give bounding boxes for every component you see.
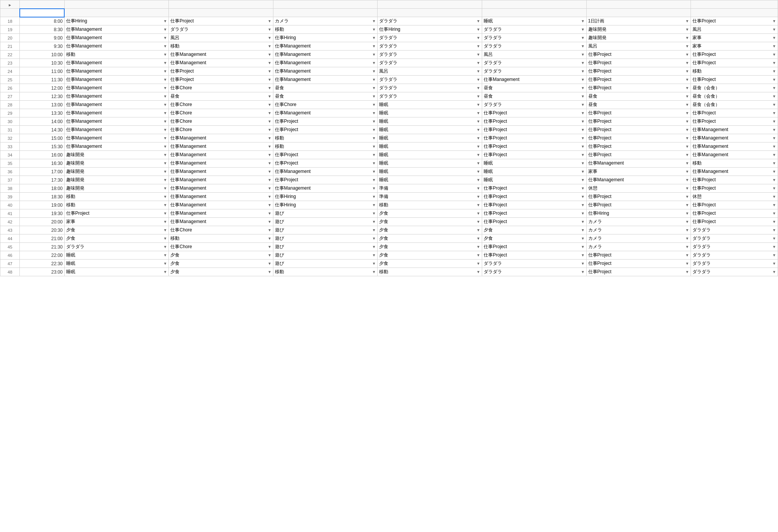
col-t-cell[interactable]: 仕事Project▼: [586, 59, 691, 67]
dropdown-arrow-icon[interactable]: ▼: [476, 144, 480, 149]
col-o-cell[interactable]: 仕事Hiring▼: [64, 17, 169, 25]
date-sat[interactable]: [378, 9, 482, 17]
dropdown-arrow-icon[interactable]: ▼: [685, 186, 689, 190]
col-r-cell[interactable]: 睡眠▼: [378, 134, 482, 142]
dropdown-arrow-icon[interactable]: ▼: [163, 195, 167, 199]
dropdown-arrow-icon[interactable]: ▼: [581, 136, 585, 140]
col-s-cell[interactable]: ダラダラ▼: [482, 42, 586, 51]
col-o-cell[interactable]: 仕事Management▼: [64, 67, 169, 76]
dropdown-arrow-icon[interactable]: ▼: [268, 44, 272, 48]
col-q-cell[interactable]: 仕事Project▼: [273, 117, 378, 126]
dropdown-arrow-icon[interactable]: ▼: [268, 186, 272, 190]
col-t-cell[interactable]: 仕事Project▼: [586, 134, 691, 142]
dropdown-arrow-icon[interactable]: ▼: [685, 153, 689, 157]
col-r-cell[interactable]: ダラダラ▼: [378, 76, 482, 84]
col-s-cell[interactable]: 仕事Management▼: [482, 76, 586, 84]
dropdown-arrow-icon[interactable]: ▼: [372, 78, 376, 82]
col-q-cell[interactable]: 遊び▼: [273, 234, 378, 243]
col-s-cell[interactable]: 睡眠▼: [482, 168, 586, 176]
col-u-cell[interactable]: ダラダラ▼: [691, 251, 778, 260]
col-o-cell[interactable]: 仕事Management▼: [64, 92, 169, 101]
dropdown-arrow-icon[interactable]: ▼: [772, 161, 776, 165]
col-u-cell[interactable]: 仕事Project▼: [691, 59, 778, 67]
date-mon[interactable]: [586, 9, 691, 17]
col-r-cell[interactable]: 睡眠▼: [378, 117, 482, 126]
col-r-cell[interactable]: 睡眠▼: [378, 176, 482, 184]
dropdown-arrow-icon[interactable]: ▼: [476, 86, 480, 90]
dropdown-arrow-icon[interactable]: ▼: [772, 119, 776, 124]
col-u-cell[interactable]: 仕事Project▼: [691, 117, 778, 126]
col-o-cell[interactable]: 趣味開発▼: [64, 159, 169, 168]
col-r-cell[interactable]: ダラダラ▼: [378, 34, 482, 42]
col-o-cell[interactable]: 移動▼: [64, 51, 169, 59]
col-u-cell[interactable]: ダラダラ▼: [691, 268, 778, 276]
dropdown-arrow-icon[interactable]: ▼: [685, 44, 689, 48]
col-o-cell[interactable]: 仕事Management▼: [64, 117, 169, 126]
dropdown-arrow-icon[interactable]: ▼: [772, 144, 776, 149]
dropdown-arrow-icon[interactable]: ▼: [581, 103, 585, 107]
dropdown-arrow-icon[interactable]: ▼: [372, 245, 376, 249]
dropdown-arrow-icon[interactable]: ▼: [372, 119, 376, 124]
col-t-cell[interactable]: 仕事Project▼: [586, 193, 691, 201]
dropdown-arrow-icon[interactable]: ▼: [581, 86, 585, 90]
dropdown-arrow-icon[interactable]: ▼: [268, 94, 272, 98]
dropdown-arrow-icon[interactable]: ▼: [685, 144, 689, 149]
col-s-cell[interactable]: 風呂▼: [482, 51, 586, 59]
col-r-cell[interactable]: 睡眠▼: [378, 101, 482, 109]
col-t-cell[interactable]: 仕事Project▼: [586, 201, 691, 209]
dropdown-arrow-icon[interactable]: ▼: [581, 52, 585, 57]
col-p-cell[interactable]: 仕事Chore▼: [169, 117, 273, 126]
dropdown-arrow-icon[interactable]: ▼: [581, 94, 585, 98]
dropdown-arrow-icon[interactable]: ▼: [372, 144, 376, 149]
dropdown-arrow-icon[interactable]: ▼: [163, 36, 167, 40]
dropdown-arrow-icon[interactable]: ▼: [685, 19, 689, 23]
col-r-header[interactable]: [378, 0, 482, 9]
dropdown-arrow-icon[interactable]: ▼: [476, 195, 480, 199]
dropdown-arrow-icon[interactable]: ▼: [268, 78, 272, 82]
dropdown-arrow-icon[interactable]: ▼: [163, 178, 167, 182]
dropdown-arrow-icon[interactable]: ▼: [476, 169, 480, 174]
col-r-cell[interactable]: 睡眠▼: [378, 109, 482, 117]
dropdown-arrow-icon[interactable]: ▼: [685, 261, 689, 266]
dropdown-arrow-icon[interactable]: ▼: [268, 61, 272, 65]
dropdown-arrow-icon[interactable]: ▼: [372, 111, 376, 115]
col-q-cell[interactable]: 遊び▼: [273, 260, 378, 268]
dropdown-arrow-icon[interactable]: ▼: [476, 69, 480, 73]
dropdown-arrow-icon[interactable]: ▼: [372, 161, 376, 165]
col-s-cell[interactable]: 仕事Project▼: [482, 151, 586, 159]
dropdown-arrow-icon[interactable]: ▼: [685, 52, 689, 57]
col-p-cell[interactable]: 風呂▼: [169, 34, 273, 42]
dropdown-arrow-icon[interactable]: ▼: [268, 128, 272, 132]
dropdown-arrow-icon[interactable]: ▼: [772, 228, 776, 232]
dropdown-arrow-icon[interactable]: ▼: [163, 94, 167, 98]
col-t-cell[interactable]: 休憩▼: [586, 184, 691, 193]
dropdown-arrow-icon[interactable]: ▼: [581, 153, 585, 157]
col-o-cell[interactable]: 仕事Management▼: [64, 34, 169, 42]
col-u-cell[interactable]: 家事▼: [691, 34, 778, 42]
col-p-cell[interactable]: 仕事Management▼: [169, 151, 273, 159]
dropdown-arrow-icon[interactable]: ▼: [685, 203, 689, 207]
dropdown-arrow-icon[interactable]: ▼: [581, 261, 585, 266]
col-q-cell[interactable]: カメラ▼: [273, 17, 378, 25]
col-q-cell[interactable]: 仕事Chore▼: [273, 101, 378, 109]
col-t-cell[interactable]: 趣味開発▼: [586, 34, 691, 42]
col-r-cell[interactable]: 睡眠▼: [378, 142, 482, 151]
col-t-cell[interactable]: 仕事Project▼: [586, 51, 691, 59]
col-r-cell[interactable]: 夕食▼: [378, 251, 482, 260]
dropdown-arrow-icon[interactable]: ▼: [476, 253, 480, 257]
dropdown-arrow-icon[interactable]: ▼: [476, 203, 480, 207]
dropdown-arrow-icon[interactable]: ▼: [163, 161, 167, 165]
dropdown-arrow-icon[interactable]: ▼: [372, 203, 376, 207]
date-fri[interactable]: [273, 9, 378, 17]
col-u-cell[interactable]: ダラダラ▼: [691, 234, 778, 243]
dropdown-arrow-icon[interactable]: ▼: [581, 186, 585, 190]
col-p-cell[interactable]: 仕事Management▼: [169, 184, 273, 193]
dropdown-arrow-icon[interactable]: ▼: [772, 270, 776, 274]
dropdown-arrow-icon[interactable]: ▼: [685, 36, 689, 40]
dropdown-arrow-icon[interactable]: ▼: [685, 169, 689, 174]
col-u-cell[interactable]: 移動▼: [691, 67, 778, 76]
col-q-cell[interactable]: 仕事Hiring▼: [273, 34, 378, 42]
col-s-cell[interactable]: 夕食▼: [482, 226, 586, 234]
dropdown-arrow-icon[interactable]: ▼: [581, 178, 585, 182]
dropdown-arrow-icon[interactable]: ▼: [372, 186, 376, 190]
